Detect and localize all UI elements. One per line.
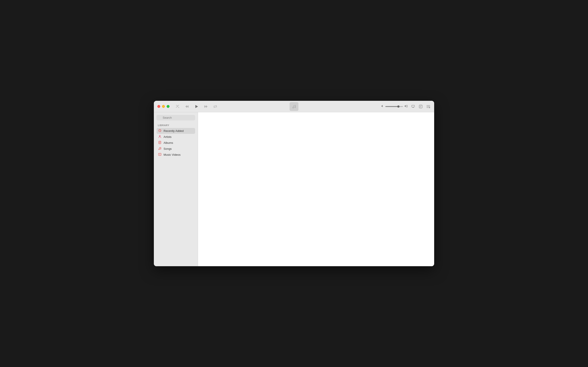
sidebar-item-songs[interactable]: Songs	[156, 146, 195, 152]
albums-label: Albums	[163, 141, 173, 144]
artists-label: Artists	[163, 135, 171, 139]
songs-icon	[158, 147, 162, 151]
sidebar-item-artists[interactable]: Artists	[156, 134, 195, 140]
library-section-label: Library	[156, 123, 195, 128]
close-button[interactable]	[157, 105, 160, 108]
maximize-button[interactable]	[167, 105, 170, 108]
svg-marker-7	[412, 107, 414, 108]
songs-label: Songs	[163, 147, 172, 150]
recently-added-label: Recently Added	[163, 129, 184, 133]
svg-marker-1	[185, 105, 187, 108]
volume-low-icon	[381, 105, 384, 108]
svg-marker-0	[187, 105, 188, 108]
svg-marker-22	[160, 154, 161, 155]
play-button[interactable]	[194, 104, 199, 109]
toolbar-right-controls	[381, 104, 431, 109]
volume-slider[interactable]	[385, 106, 403, 107]
search-input[interactable]	[156, 115, 195, 120]
svg-marker-4	[206, 105, 207, 108]
fast-forward-button[interactable]	[203, 104, 209, 109]
lyrics-button[interactable]	[418, 104, 423, 109]
svg-point-20	[160, 149, 161, 149]
volume-fill	[385, 106, 398, 107]
sidebar-item-albums[interactable]: Albums	[156, 140, 195, 146]
svg-point-5	[293, 107, 294, 108]
svg-marker-2	[195, 105, 198, 108]
now-playing-icon	[290, 102, 298, 111]
traffic-lights	[157, 105, 170, 108]
svg-point-6	[295, 107, 296, 108]
recently-added-icon	[158, 129, 162, 133]
airplay-button[interactable]	[411, 104, 415, 108]
playback-controls	[175, 104, 218, 109]
artists-icon	[158, 135, 162, 139]
svg-point-9	[429, 107, 430, 108]
content-area	[198, 112, 434, 266]
queue-button[interactable]	[426, 105, 431, 108]
albums-icon	[158, 141, 162, 145]
music-videos-icon	[158, 153, 162, 157]
toolbar	[154, 101, 434, 112]
repeat-button[interactable]	[213, 104, 218, 109]
search-wrapper	[156, 115, 195, 120]
volume-high-icon	[404, 105, 408, 108]
volume-control	[381, 105, 408, 108]
now-playing-area	[290, 102, 298, 111]
sidebar-item-music-videos[interactable]: Music Videos	[156, 152, 195, 158]
sidebar: Library Recently Added	[154, 112, 198, 266]
main-content: Library Recently Added	[154, 112, 434, 266]
shuffle-button[interactable]	[175, 104, 180, 109]
music-videos-label: Music Videos	[163, 153, 180, 156]
rewind-button[interactable]	[184, 104, 190, 109]
svg-point-19	[159, 149, 160, 150]
app-window: Library Recently Added	[154, 101, 434, 266]
library-section: Library Recently Added	[154, 123, 198, 158]
svg-marker-3	[205, 105, 206, 108]
search-container	[154, 115, 198, 123]
minimize-button[interactable]	[162, 105, 165, 108]
sidebar-item-recently-added[interactable]: Recently Added	[156, 128, 195, 134]
volume-knob	[397, 105, 400, 108]
